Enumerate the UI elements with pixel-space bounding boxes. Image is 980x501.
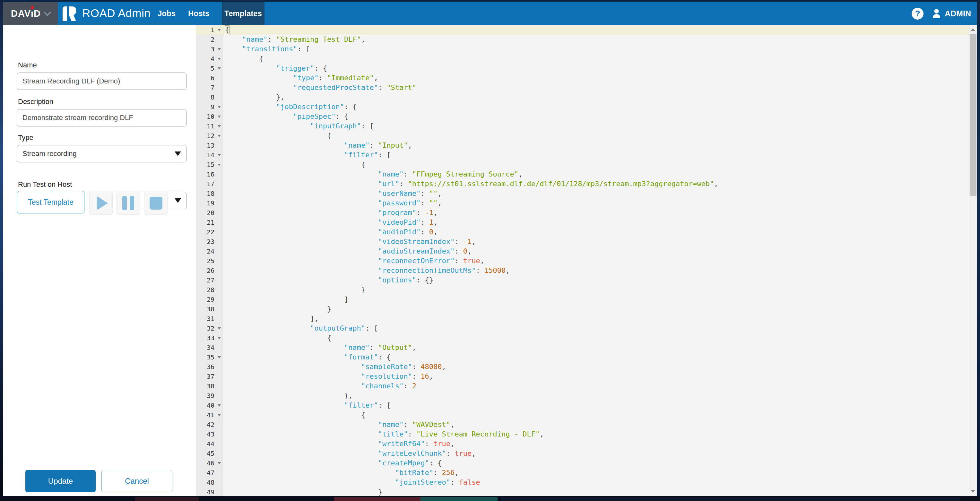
code-line[interactable]: "transitions": [ bbox=[223, 44, 969, 54]
fold-arrow-icon[interactable] bbox=[218, 58, 221, 60]
scrollbar-thumb[interactable] bbox=[970, 34, 977, 196]
code-line[interactable]: }, bbox=[223, 92, 969, 102]
gutter-line-number[interactable]: 41 bbox=[196, 410, 223, 420]
gutter-line-number[interactable]: 5 bbox=[196, 64, 223, 73]
code-line[interactable]: "trigger": { bbox=[223, 64, 969, 73]
gutter-line-number[interactable]: 32 bbox=[196, 323, 223, 333]
update-button[interactable]: Update bbox=[25, 470, 95, 492]
code-line[interactable]: "sampleRate": 48000, bbox=[223, 362, 969, 372]
gutter-line-number[interactable]: 45 bbox=[196, 449, 223, 458]
code-line[interactable]: "videoStreamIndex": -1, bbox=[223, 237, 969, 247]
gutter-line-number[interactable]: 15 bbox=[196, 160, 223, 169]
gutter-line-number[interactable]: 1 bbox=[196, 25, 223, 35]
gutter-line-number[interactable]: 36 bbox=[196, 362, 223, 372]
gutter-line-number[interactable]: 39 bbox=[196, 391, 223, 401]
code-line[interactable]: { bbox=[223, 333, 969, 343]
code-line[interactable]: { bbox=[223, 131, 969, 141]
help-icon[interactable]: ? bbox=[912, 8, 923, 19]
code-line[interactable]: "url": "https://st01.sslstream.dlf.de/dl… bbox=[223, 179, 969, 189]
fold-arrow-icon[interactable] bbox=[218, 337, 221, 339]
gutter-line-number[interactable]: 2 bbox=[196, 35, 223, 44]
code-line[interactable]: "writeLevlChunk": true, bbox=[223, 449, 969, 458]
gutter-line-number[interactable]: 35 bbox=[196, 352, 223, 362]
gutter-line-number[interactable]: 40 bbox=[196, 401, 223, 410]
pause-button[interactable] bbox=[116, 192, 140, 215]
code-line[interactable]: "title": "Live Stream Recording - DLF", bbox=[223, 429, 969, 439]
scroll-up-arrow-icon[interactable] bbox=[970, 28, 975, 31]
code-line[interactable]: "outputGraph": [ bbox=[223, 323, 969, 333]
gutter-line-number[interactable]: 29 bbox=[196, 295, 223, 304]
gutter-line-number[interactable]: 14 bbox=[196, 150, 223, 160]
gutter-line-number[interactable]: 34 bbox=[196, 343, 223, 352]
code-line[interactable]: { bbox=[223, 160, 969, 169]
gutter-line-number[interactable]: 37 bbox=[196, 372, 223, 381]
code-line[interactable]: "channels": 2 bbox=[223, 381, 969, 391]
code-line[interactable]: "program": -1, bbox=[223, 208, 969, 218]
gutter-line-number[interactable]: 11 bbox=[196, 121, 223, 131]
code-line[interactable]: "name": "WAVDest", bbox=[223, 420, 969, 429]
code-line[interactable]: "reconnectionTimeOutMs": 15000, bbox=[223, 266, 969, 275]
nav-item-templates-active[interactable]: Templates bbox=[222, 2, 264, 25]
gutter-line-number[interactable]: 13 bbox=[196, 141, 223, 150]
gutter-line-number[interactable]: 44 bbox=[196, 439, 223, 449]
description-input[interactable] bbox=[17, 109, 186, 126]
code-line[interactable]: "name": "Streaming Test DLF", bbox=[223, 35, 969, 44]
code-line[interactable]: "audioPid": 0, bbox=[223, 227, 969, 237]
nav-item-jobs[interactable]: Jobs bbox=[158, 2, 176, 25]
user-menu[interactable]: ADMIN bbox=[932, 2, 971, 25]
code-line[interactable]: { bbox=[223, 410, 969, 420]
type-select[interactable]: Stream recording bbox=[17, 145, 186, 162]
gutter-line-number[interactable]: 9 bbox=[196, 102, 223, 112]
gutter-line-number[interactable]: 25 bbox=[196, 256, 223, 266]
fold-arrow-icon[interactable] bbox=[218, 404, 221, 407]
gutter-line-number[interactable]: 17 bbox=[196, 179, 223, 189]
gutter-line-number[interactable]: 49 bbox=[196, 487, 223, 496]
gutter-line-number[interactable]: 26 bbox=[196, 266, 223, 275]
fold-arrow-icon[interactable] bbox=[218, 125, 221, 127]
code-line[interactable]: "audioStreamIndex": 0, bbox=[223, 247, 969, 256]
gutter-line-number[interactable]: 8 bbox=[196, 92, 223, 102]
gutter-line-number[interactable]: 27 bbox=[196, 275, 223, 285]
code-line[interactable]: "inputGraph": [ bbox=[223, 121, 969, 131]
fold-arrow-icon[interactable] bbox=[218, 356, 221, 358]
gutter-line-number[interactable]: 48 bbox=[196, 477, 223, 487]
gutter-line-number[interactable]: 22 bbox=[196, 227, 223, 237]
brand-menu[interactable]: DAVıD bbox=[3, 2, 58, 25]
gutter-line-number[interactable]: 28 bbox=[196, 285, 223, 295]
gutter-line-number[interactable]: 24 bbox=[196, 247, 223, 256]
fold-arrow-icon[interactable] bbox=[218, 29, 221, 31]
gutter-line-number[interactable]: 6 bbox=[196, 73, 223, 83]
gutter-line-number[interactable]: 42 bbox=[196, 420, 223, 429]
play-button[interactable] bbox=[89, 192, 113, 215]
code-line[interactable]: "createMpeg": { bbox=[223, 458, 969, 468]
fold-arrow-icon[interactable] bbox=[218, 154, 221, 156]
code-line[interactable]: ] bbox=[223, 295, 969, 304]
code-line[interactable]: "name": "Input", bbox=[223, 141, 969, 150]
code-line[interactable]: "name": "FFmpeg Streaming Source", bbox=[223, 169, 969, 179]
gutter-line-number[interactable]: 20 bbox=[196, 208, 223, 218]
gutter-line-number[interactable]: 19 bbox=[196, 198, 223, 208]
gutter-line-number[interactable]: 33 bbox=[196, 333, 223, 343]
gutter-line-number[interactable]: 23 bbox=[196, 237, 223, 247]
code-line[interactable]: { bbox=[223, 25, 969, 35]
fold-arrow-icon[interactable] bbox=[218, 67, 221, 70]
code-line[interactable]: "filter": [ bbox=[223, 401, 969, 410]
code-line[interactable]: "type": "Immediate", bbox=[223, 73, 969, 83]
editor-code[interactable]: { "name": "Streaming Test DLF", "transit… bbox=[223, 25, 969, 496]
code-line[interactable]: "resolution": 16, bbox=[223, 372, 969, 381]
fold-arrow-icon[interactable] bbox=[218, 328, 221, 329]
gutter-line-number[interactable]: 43 bbox=[196, 429, 223, 439]
gutter-line-number[interactable]: 31 bbox=[196, 314, 223, 323]
json-editor[interactable]: 1234567891011121314151617181920212223242… bbox=[196, 25, 977, 496]
code-line[interactable]: "filter": [ bbox=[223, 150, 969, 160]
gutter-line-number[interactable]: 7 bbox=[196, 83, 223, 92]
fold-arrow-icon[interactable] bbox=[218, 48, 221, 50]
code-line[interactable]: } bbox=[223, 304, 969, 314]
fold-arrow-icon[interactable] bbox=[218, 462, 221, 464]
code-line[interactable]: "options": {} bbox=[223, 275, 969, 285]
gutter-line-number[interactable]: 46 bbox=[196, 458, 223, 468]
code-line[interactable]: "password": "", bbox=[223, 198, 969, 208]
gutter-line-number[interactable]: 21 bbox=[196, 218, 223, 227]
code-line[interactable]: }, bbox=[223, 391, 969, 401]
gutter-line-number[interactable]: 10 bbox=[196, 112, 223, 121]
